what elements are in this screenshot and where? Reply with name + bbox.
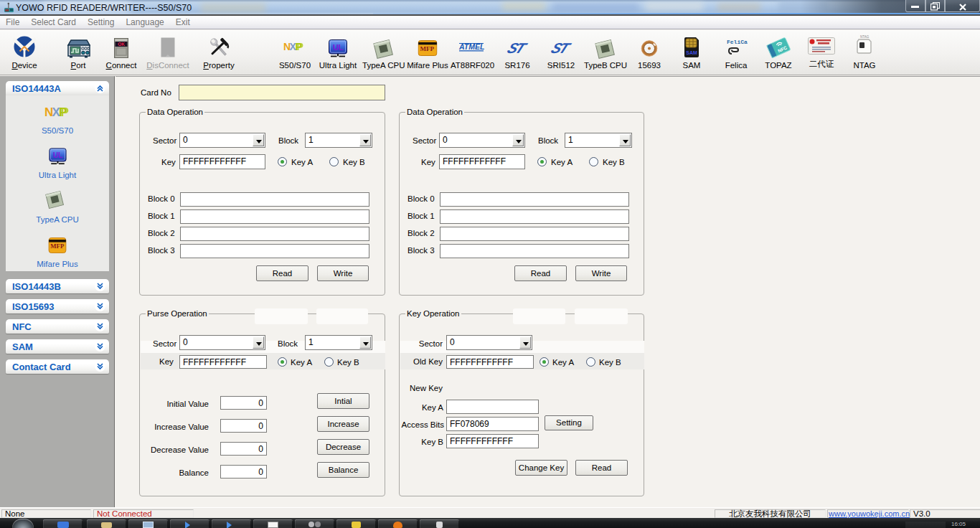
svg-text:SAM: SAM	[686, 50, 697, 55]
svg-text:OK: OK	[118, 42, 125, 47]
svg-text:P: P	[61, 105, 69, 119]
svg-text:MFP: MFP	[420, 45, 434, 52]
svg-text:FeliCa: FeliCa	[727, 39, 748, 45]
svg-text:X: X	[290, 41, 297, 52]
svg-text:UL: UL	[333, 43, 344, 52]
svg-text:X: X	[52, 105, 61, 119]
svg-text:MFP: MFP	[50, 242, 65, 250]
svg-text:NTAG: NTAG	[860, 35, 870, 39]
svg-text:P: P	[297, 41, 303, 52]
svg-text:UL: UL	[53, 151, 63, 159]
